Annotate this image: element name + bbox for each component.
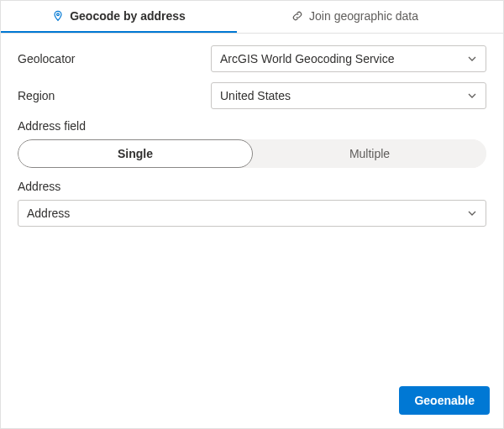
- tab-join-geographic-data[interactable]: Join geographic data: [237, 1, 473, 33]
- segment-multiple[interactable]: Multiple: [253, 139, 486, 168]
- geolocator-value: ArcGIS World Geocoding Service: [220, 52, 395, 65]
- tab-geocode-by-address[interactable]: Geocode by address: [1, 1, 237, 33]
- geolocator-label: Geolocator: [18, 52, 211, 65]
- geolocator-row: Geolocator ArcGIS World Geocoding Servic…: [18, 45, 486, 72]
- region-value: United States: [220, 89, 291, 102]
- tab-label: Join geographic data: [309, 9, 418, 23]
- address-field-segment: Single Multiple: [18, 139, 486, 168]
- region-select[interactable]: United States: [211, 82, 486, 109]
- form-content: Geolocator ArcGIS World Geocoding Servic…: [1, 34, 503, 376]
- tab-bar: Geocode by address Join geographic data: [1, 1, 503, 34]
- region-label: Region: [18, 89, 211, 102]
- chevron-down-icon: [467, 54, 477, 64]
- footer: Geoenable: [1, 376, 503, 428]
- svg-point-0: [57, 13, 60, 16]
- address-field-label: Address field: [18, 119, 486, 133]
- address-value: Address: [27, 207, 70, 220]
- segment-single[interactable]: Single: [18, 139, 253, 168]
- chevron-down-icon: [467, 208, 477, 218]
- geoenable-button[interactable]: Geoenable: [399, 386, 490, 415]
- address-label: Address: [18, 180, 486, 193]
- region-row: Region United States: [18, 82, 486, 109]
- geolocator-select[interactable]: ArcGIS World Geocoding Service: [211, 45, 486, 72]
- tab-label: Geocode by address: [70, 9, 186, 23]
- chevron-down-icon: [467, 91, 477, 101]
- pin-icon: [52, 10, 64, 22]
- address-select[interactable]: Address: [18, 200, 486, 227]
- link-icon: [291, 10, 303, 22]
